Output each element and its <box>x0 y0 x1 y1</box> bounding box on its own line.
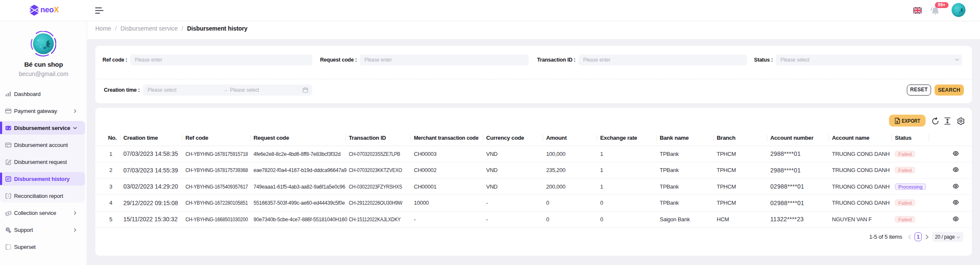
svg-text:?: ? <box>7 228 9 231</box>
